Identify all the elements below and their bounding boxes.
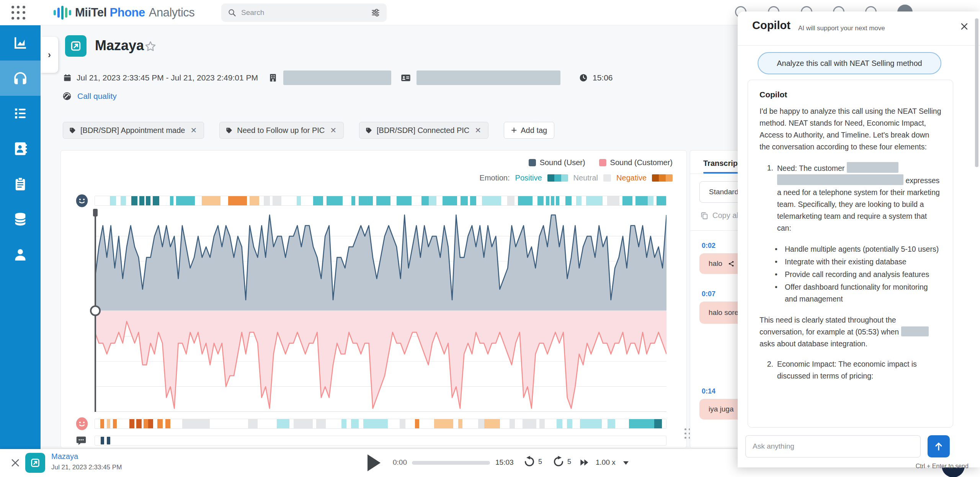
tag-icon (69, 127, 76, 134)
player-call-icon (25, 453, 45, 473)
copilot-bullet-item: •Handle multiple agents (potentially 5-1… (760, 243, 941, 255)
copy-all-button[interactable]: Copy all (700, 211, 740, 220)
emotion-swatch (652, 174, 673, 182)
call-meta-row: Jul 21, 2023 2:33:45 PM - Jul 21, 2023 2… (63, 70, 613, 86)
tag-remove-icon[interactable]: ✕ (189, 126, 198, 135)
message-text: halo sore (709, 308, 738, 317)
sidebar-item-calls[interactable] (0, 61, 41, 96)
favorite-star-button[interactable] (144, 40, 157, 54)
fast-forward-button[interactable] (579, 457, 590, 470)
emotion-swatch (547, 174, 568, 182)
call-quality-link[interactable]: Call quality (77, 92, 117, 101)
tab-transcript[interactable]: Transcript (703, 159, 740, 168)
list-icon (12, 105, 28, 121)
player-total-time: 15:03 (495, 458, 514, 467)
copilot-title: Copilot (752, 19, 791, 32)
message-timestamp[interactable]: 0:07 (702, 290, 715, 298)
calendar-icon (63, 73, 72, 82)
tag-remove-icon[interactable]: ✕ (474, 126, 482, 135)
analytics-icon (12, 35, 28, 51)
copilot-send-button[interactable] (928, 435, 950, 457)
emotion-legend-label: Emotion: (480, 174, 510, 182)
copilot-user-prompt-chip[interactable]: Analyze this call with NEAT Selling meth… (758, 52, 941, 74)
copilot-need-evidence-text: This need is clearly stated throughout t… (760, 314, 941, 350)
tag-icon (226, 127, 232, 134)
tag-label: [BDR/SDR] Connected PIC (377, 126, 469, 135)
add-tag-button[interactable]: +Add tag (504, 122, 554, 139)
brand-logo[interactable]: MiiTelPhoneAnalytics (54, 5, 194, 20)
message-timestamp[interactable]: 0:02 (702, 242, 715, 250)
sidebar-item-reports[interactable] (0, 166, 41, 202)
speed-caret-icon[interactable] (623, 461, 629, 465)
customer-emotion-strip[interactable] (95, 419, 666, 429)
apps-grid-icon[interactable] (10, 4, 27, 21)
page-title: Mazaya (95, 38, 144, 54)
emotion-swatch (603, 174, 611, 182)
legend-label: Sound (User) (540, 158, 585, 167)
tag-remove-icon[interactable]: ✕ (329, 126, 337, 135)
legend-swatch (529, 159, 536, 166)
emotion-legend-positive: Positive (515, 174, 542, 182)
miitel-logo-icon (54, 5, 71, 20)
playhead-knob[interactable] (90, 305, 101, 316)
contact-card-icon (400, 72, 411, 83)
tags-row: [BDR/SDR] Appointment made✕Need to Follo… (63, 122, 554, 139)
emotion-legend-neutral: Neutral (573, 174, 598, 182)
copilot-bullet-item: •Integrate with their existing database (760, 256, 941, 268)
skip-forward-button[interactable]: 5 (552, 455, 571, 468)
play-button[interactable] (368, 454, 381, 471)
copilot-bullet-item: •Offer dashboard functionality for monit… (760, 281, 941, 305)
share-icon (728, 260, 735, 267)
copilot-close-icon[interactable] (959, 21, 969, 33)
filter-tune-icon[interactable] (371, 8, 381, 18)
copy-icon (700, 211, 709, 220)
legend-label: Sound (Customer) (610, 158, 673, 167)
copilot-panel: Copilot AI will support your next move A… (738, 11, 980, 467)
search-input[interactable] (241, 8, 371, 17)
database-icon (12, 211, 28, 227)
send-arrow-icon (933, 441, 944, 452)
panel-expand-button[interactable]: › (41, 37, 58, 73)
brand-text: MiiTelPhoneAnalytics (75, 6, 194, 20)
player-call-datetime: Jul 21, 2023 2:33:45 PM (51, 464, 122, 471)
waveform-plot[interactable] (95, 211, 666, 412)
user-emotion-strip[interactable] (95, 196, 666, 206)
skip-back-button[interactable]: 5 (523, 455, 542, 468)
sidebar-item-list[interactable] (0, 96, 41, 131)
playback-speed[interactable]: 1.00 x (596, 458, 616, 467)
copilot-list-item-economic-impact: 2. Economic Impact: The economic impact … (760, 358, 941, 382)
headphones-icon (12, 70, 28, 86)
player-close-icon[interactable] (10, 457, 21, 470)
forward-5-icon (552, 455, 565, 468)
comments-timeline[interactable] (95, 436, 666, 446)
sidebar-item-users[interactable] (0, 237, 41, 272)
player-call-title-link[interactable]: Mazaya (51, 452, 78, 461)
message-timestamp[interactable]: 0:14 (702, 387, 715, 395)
call-datetime-range: Jul 21, 2023 2:33:45 PM - Jul 21, 2023 2… (77, 73, 258, 82)
tag-chip: Need to Follow up for PIC✕ (219, 122, 344, 139)
sidebar-nav (0, 25, 41, 449)
person-icon (12, 246, 28, 262)
call-quality-row[interactable]: Call quality (62, 91, 117, 101)
player-progress-bar[interactable] (412, 461, 490, 465)
legend-swatch (599, 159, 606, 166)
emotion-legend: Emotion: PositiveNeutralNegative (480, 174, 673, 182)
sound-legend: Sound (User)Sound (Customer) (529, 158, 673, 167)
redacted-text (847, 162, 898, 173)
sidebar-item-contacts[interactable] (0, 131, 41, 166)
tag-label: [BDR/SDR] Appointment made (80, 126, 185, 135)
redacted-text (777, 174, 903, 185)
sidebar-item-analytics[interactable] (0, 25, 41, 61)
copilot-response-card: Copilot I'd be happy to analyze this cal… (748, 80, 953, 428)
copilot-bullet-item: •Provide call recording and analysis fea… (760, 269, 941, 280)
redacted-contact-name (416, 70, 560, 85)
message-text: halo (709, 259, 722, 268)
page-scrollbar-thumb[interactable] (975, 18, 978, 167)
tag-chip: [BDR/SDR] Appointment made✕ (63, 122, 204, 139)
call-duration: 15:06 (593, 73, 613, 82)
emotion-legend-negative: Negative (616, 174, 647, 182)
sidebar-item-data[interactable] (0, 202, 41, 237)
copilot-send-hint: Ctrl + Enter to send (916, 463, 969, 470)
copilot-ask-input[interactable] (745, 435, 921, 457)
player-current-time: 0:00 (393, 458, 407, 467)
